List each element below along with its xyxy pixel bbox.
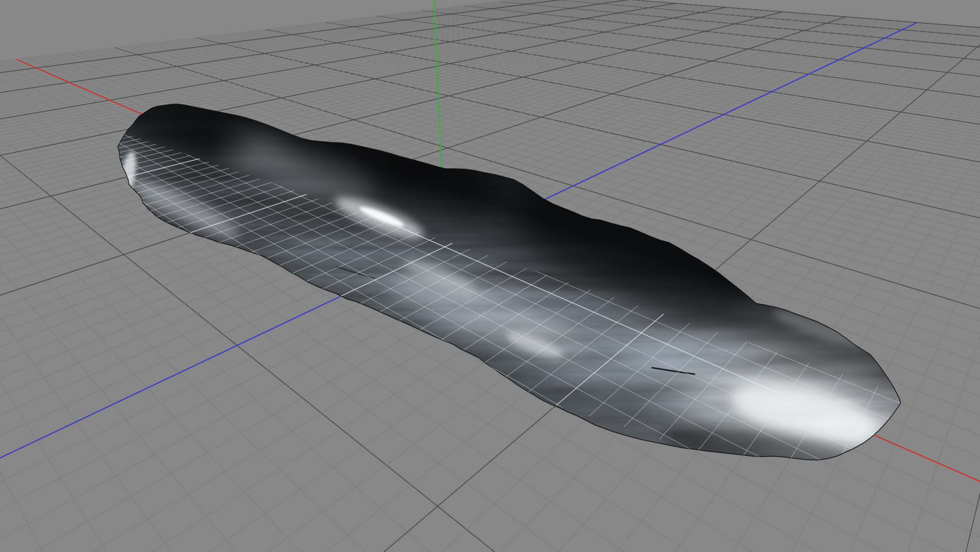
viewport-canvas[interactable] (0, 0, 980, 552)
viewport[interactable] (0, 0, 980, 552)
